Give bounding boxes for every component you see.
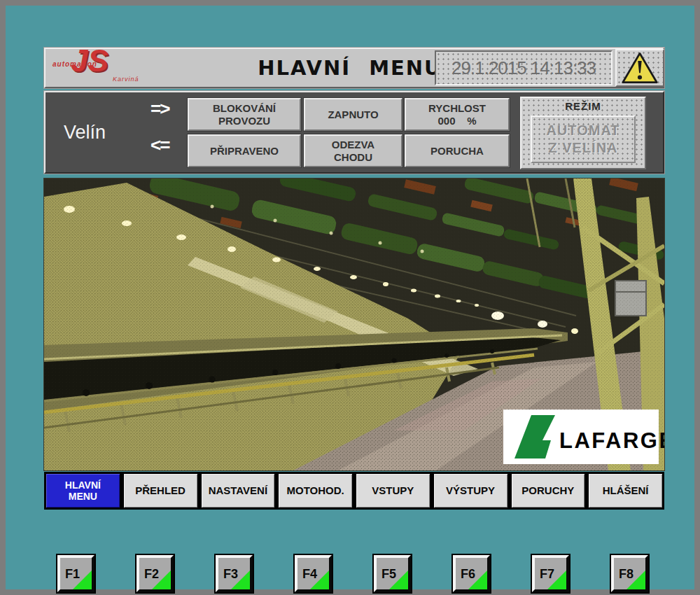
alarm-warning-button[interactable] xyxy=(615,49,664,87)
rezim-value: AUTOMAT Z VELÍNA xyxy=(531,115,636,163)
lafarge-logo: LAFARGE xyxy=(503,410,664,464)
f4-key-button[interactable]: F4 xyxy=(293,554,333,594)
f1-key-button[interactable]: F1 xyxy=(56,554,96,594)
datetime-display: 29.1.2015 14:13:33 xyxy=(435,50,612,85)
f8-key-face: F8 xyxy=(611,555,648,592)
lafarge-brand-text: LAFARGE xyxy=(559,428,664,453)
f7-key-button[interactable]: F7 xyxy=(531,554,570,594)
f8-key-button[interactable]: F8 xyxy=(610,554,650,594)
tab-hlaseni[interactable]: HLÁŠENÍ xyxy=(587,472,664,510)
source-label: Velín xyxy=(64,122,106,144)
warning-triangle-icon xyxy=(621,51,659,85)
porucha-button[interactable]: PORUCHA xyxy=(405,134,510,167)
f5-key-face: F5 xyxy=(374,555,411,592)
f4-key-face: F4 xyxy=(295,555,332,592)
plant-photo-graphic: LAFARGE xyxy=(44,178,664,470)
f7-key-face: F7 xyxy=(532,555,569,592)
f3-key-label: F3 xyxy=(223,567,238,582)
control-status-panel: Velín => <= BLOKOVÁNÍ PROVOZU ZAPNUTO RY… xyxy=(44,91,664,174)
logo-city-text: Karviná xyxy=(113,76,139,83)
panel-bezel: automation JS Karviná HLAVNÍ MENU 29.1.2… xyxy=(0,0,700,595)
f5-key-label: F5 xyxy=(382,567,396,582)
plant-photo: LAFARGE xyxy=(44,178,664,470)
f2-key-button[interactable]: F2 xyxy=(135,554,175,594)
f1-key-label: F1 xyxy=(65,567,80,582)
odezva-chodu-button[interactable]: ODEZVA CHODU xyxy=(304,134,402,167)
page-title: HLAVNÍ MENU xyxy=(234,56,465,80)
tab-vystupy[interactable]: VÝSTUPY xyxy=(432,472,510,510)
header-bar: automation JS Karviná HLAVNÍ MENU 29.1.2… xyxy=(44,48,664,88)
f8-key-label: F8 xyxy=(619,567,634,582)
rezim-mode-box[interactable]: REŽIM AUTOMAT Z VELÍNA xyxy=(520,97,646,169)
tab-poruchy[interactable]: PORUCHY xyxy=(510,472,587,510)
f3-key-face: F3 xyxy=(216,555,253,592)
tab-vstupy[interactable]: VSTUPY xyxy=(354,472,432,510)
f5-key-button[interactable]: F5 xyxy=(372,554,412,594)
tab-hlavni-menu[interactable]: HLAVNÍ MENU xyxy=(44,472,122,510)
f6-key-button[interactable]: F6 xyxy=(451,554,491,594)
arrow-to-icon: => xyxy=(150,98,169,120)
blokovani-provozu-button[interactable]: BLOKOVÁNÍ PROVOZU xyxy=(188,98,301,131)
nav-tab-bar: HLAVNÍ MENU PŘEHLED NASTAVENÍ MOTOHOD. V… xyxy=(44,472,664,510)
f2-key-face: F2 xyxy=(136,555,174,592)
tab-prehled[interactable]: PŘEHLED xyxy=(122,472,200,510)
logo-js-text: JS xyxy=(71,43,108,78)
f7-key-label: F7 xyxy=(540,567,554,582)
rychlost-indicator[interactable]: RYCHLOST 000 % xyxy=(405,98,510,131)
arrow-from-icon: <= xyxy=(150,134,169,156)
f4-key-label: F4 xyxy=(302,567,317,582)
tab-motohod[interactable]: MOTOHOD. xyxy=(276,472,354,510)
tab-nastaveni[interactable]: NASTAVENÍ xyxy=(200,472,277,510)
f3-key-button[interactable]: F3 xyxy=(214,554,254,594)
f1-key-face: F1 xyxy=(57,555,94,592)
js-automation-logo: automation JS Karviná xyxy=(52,50,214,87)
f6-key-label: F6 xyxy=(461,567,475,582)
f6-key-face: F6 xyxy=(453,555,490,592)
f2-key-label: F2 xyxy=(144,567,159,582)
pripraveno-button[interactable]: PŘIPRAVENO xyxy=(188,134,301,167)
rezim-label: REŽIM xyxy=(522,100,645,112)
zapnuto-button[interactable]: ZAPNUTO xyxy=(304,98,402,131)
